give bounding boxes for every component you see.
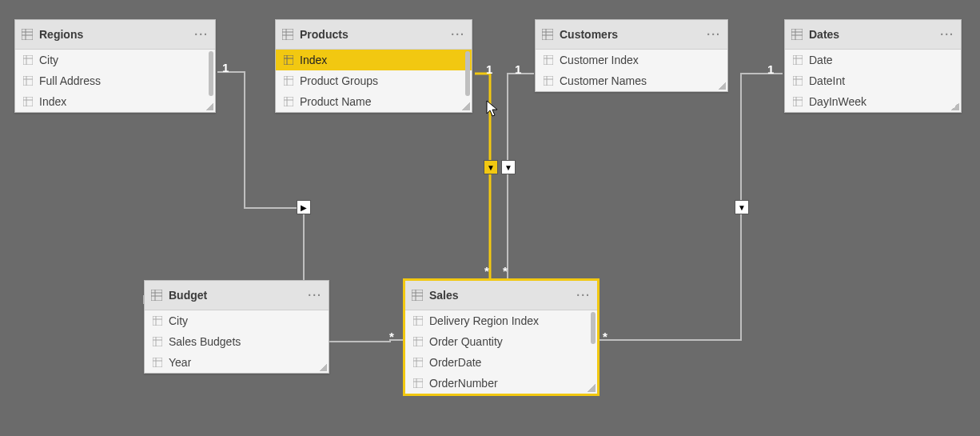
svg-rect-69 (413, 337, 423, 346)
column-icon (23, 97, 33, 106)
resize-grip[interactable] (205, 102, 213, 110)
table-title: Regions (39, 28, 188, 41)
filter-arrow-dates: ▼ (735, 200, 749, 214)
scrollbar-stub[interactable] (591, 312, 596, 344)
svg-rect-23 (284, 97, 293, 106)
cardinality-regions-one: 1 (222, 61, 229, 74)
table-fields: Customer Index Customer Names (536, 50, 727, 91)
svg-rect-0 (22, 29, 33, 40)
field-row[interactable]: OrderDate (405, 352, 597, 373)
column-icon (793, 55, 803, 65)
column-icon (413, 358, 423, 367)
field-row[interactable]: Delivery Region Index (405, 310, 597, 331)
cardinality-customers-many: * (503, 264, 508, 278)
scrollbar-stub[interactable] (209, 51, 213, 96)
filter-arrow-products: ▼ (484, 160, 498, 174)
scrollbar-stub[interactable] (465, 51, 470, 96)
filter-arrow-customers: ▼ (501, 160, 516, 174)
field-row[interactable]: Date (785, 50, 961, 70)
table-title: Products (300, 28, 444, 41)
svg-rect-17 (284, 55, 293, 65)
svg-rect-53 (153, 316, 162, 326)
column-icon (153, 337, 162, 346)
resize-grip[interactable] (588, 384, 596, 392)
mouse-cursor-icon (486, 100, 500, 119)
field-row[interactable]: Order Quantity (405, 331, 597, 352)
table-menu-button[interactable]: ··· (451, 28, 465, 41)
svg-rect-4 (23, 55, 33, 65)
column-icon (284, 97, 293, 106)
model-canvas[interactable]: 1 1 1 1 * * * * ▶ ▼ ▼ ▼ Regions ··· City… (0, 0, 980, 436)
table-products[interactable]: Products ··· Index Product Groups Produc… (275, 19, 472, 113)
svg-rect-26 (542, 29, 553, 40)
svg-rect-72 (413, 358, 423, 367)
cardinality-dates-many: * (603, 330, 608, 343)
filter-arrow-regions: ▶ (297, 200, 311, 214)
svg-rect-75 (413, 378, 423, 388)
table-dates[interactable]: Dates ··· Date DateInt DayInWeek (784, 19, 962, 113)
table-title: Dates (809, 28, 934, 41)
column-icon (153, 358, 162, 367)
field-row[interactable]: Product Name (276, 91, 472, 112)
field-row[interactable]: Product Groups (276, 70, 472, 91)
table-customers[interactable]: Customers ··· Customer Index Customer Na… (535, 19, 728, 92)
table-fields: City Sales Budgets Year (145, 310, 329, 373)
resize-grip[interactable] (951, 102, 959, 110)
field-row[interactable]: DayInWeek (785, 91, 961, 112)
field-row[interactable]: DateInt (785, 70, 961, 91)
table-title: Budget (169, 289, 301, 302)
svg-rect-56 (153, 337, 162, 346)
field-row[interactable]: Full Address (15, 70, 215, 91)
table-menu-button[interactable]: ··· (940, 28, 954, 41)
column-icon (153, 316, 162, 326)
svg-rect-20 (284, 76, 293, 86)
table-fields: Index Product Groups Product Name (276, 50, 472, 112)
svg-rect-33 (544, 76, 553, 86)
resize-grip[interactable] (718, 82, 726, 90)
svg-rect-10 (23, 97, 33, 106)
table-fields: Date DateInt DayInWeek (785, 50, 961, 112)
table-icon (22, 29, 33, 40)
svg-rect-13 (282, 29, 293, 40)
field-row[interactable]: City (145, 310, 329, 331)
table-menu-button[interactable]: ··· (576, 289, 591, 302)
field-row[interactable]: Year (145, 352, 329, 373)
field-row[interactable]: Sales Budgets (145, 331, 329, 352)
svg-rect-66 (413, 316, 423, 326)
svg-rect-7 (23, 76, 33, 86)
cardinality-products-many: * (484, 264, 489, 278)
table-sales[interactable]: Sales ··· Delivery Region Index Order Qu… (404, 280, 598, 394)
field-row[interactable]: Customer Names (536, 70, 727, 91)
column-icon (544, 55, 553, 65)
column-icon (793, 97, 803, 106)
cardinality-dates-one: 1 (767, 62, 774, 76)
table-menu-button[interactable]: ··· (194, 28, 209, 41)
field-row[interactable]: OrderNumber (405, 373, 597, 394)
column-icon (413, 378, 423, 388)
svg-rect-46 (793, 97, 803, 106)
table-title: Sales (429, 289, 570, 302)
field-row[interactable]: Customer Index (536, 50, 727, 70)
resize-grip[interactable] (462, 102, 470, 110)
field-row-selected[interactable]: Index (276, 50, 472, 70)
column-icon (23, 55, 33, 65)
table-icon (151, 290, 162, 301)
column-icon (23, 76, 33, 86)
resize-grip[interactable] (319, 363, 327, 371)
svg-rect-40 (793, 55, 803, 65)
field-row[interactable]: Index (15, 91, 215, 112)
table-icon (791, 29, 803, 40)
table-menu-button[interactable]: ··· (308, 289, 322, 302)
table-budget[interactable]: Budget ··· City Sales Budgets Year (144, 280, 329, 374)
table-menu-button[interactable]: ··· (707, 28, 721, 41)
table-title: Customers (560, 28, 700, 41)
table-fields: City Full Address Index (15, 50, 215, 112)
cardinality-products-one: 1 (486, 62, 492, 76)
field-row[interactable]: City (15, 50, 215, 70)
table-regions[interactable]: Regions ··· City Full Address Index (14, 19, 216, 113)
cardinality-customers-one: 1 (515, 62, 521, 76)
column-icon (544, 76, 553, 86)
svg-rect-30 (544, 55, 553, 65)
table-fields: Delivery Region Index Order Quantity Ord… (405, 310, 597, 394)
svg-rect-36 (791, 29, 803, 40)
